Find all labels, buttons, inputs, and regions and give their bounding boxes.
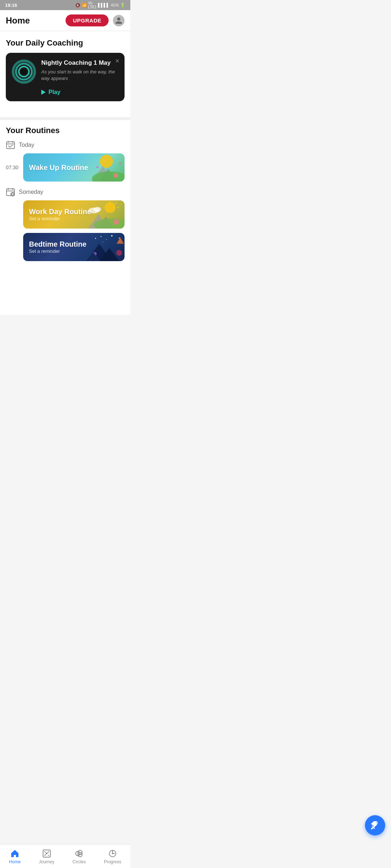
- svg-point-40: [102, 242, 103, 242]
- bedtime-routine-title: Bedtime Routine: [29, 240, 87, 248]
- svg-rect-33: [113, 219, 119, 225]
- coaching-card-top: Nightly Coaching 1 May As you start to w…: [12, 59, 119, 84]
- svg-point-37: [106, 239, 107, 240]
- wake-up-routine-title: Wake Up Routine: [29, 163, 88, 172]
- status-icons: 🔇 📶 VoLTE1 ▌▌▌▌ 41% 🔋: [75, 1, 125, 9]
- bedtime-routine-row: Bedtime Routine Set a reminder: [6, 233, 125, 261]
- header-actions: UPGRADE: [66, 14, 125, 26]
- work-day-routine-row: Work Day Routine Set a reminder: [6, 200, 125, 229]
- coaching-card[interactable]: × Nightly Coaching 1 May As you start to…: [6, 53, 125, 101]
- svg-rect-4: [7, 142, 14, 149]
- svg-point-38: [111, 235, 113, 237]
- coaching-info: Nightly Coaching 1 May As you start to w…: [41, 59, 119, 82]
- work-day-routine-subtitle: Set a reminder: [29, 216, 91, 221]
- today-label: Today: [19, 142, 34, 148]
- status-bar: 19:16 🔇 📶 VoLTE1 ▌▌▌▌ 41% 🔋: [0, 0, 130, 10]
- svg-point-36: [101, 236, 102, 237]
- svg-point-15: [119, 163, 121, 165]
- svg-point-32: [94, 207, 101, 212]
- wake-up-routine-row: 07:30 Wake Up Routine: [6, 153, 125, 182]
- wake-up-time: 07:30: [6, 165, 20, 170]
- mute-icon: 🔇: [75, 3, 80, 8]
- battery-icon: 🔋: [120, 3, 125, 8]
- profile-button[interactable]: [113, 15, 125, 26]
- svg-point-3: [21, 69, 27, 75]
- work-day-routine-card[interactable]: Work Day Routine Set a reminder: [23, 200, 125, 229]
- svg-point-39: [119, 238, 120, 239]
- person-icon: [115, 17, 123, 25]
- someday-header: Someday: [6, 187, 125, 197]
- wake-up-routine-card[interactable]: Wake Up Routine: [23, 153, 125, 182]
- header: Home UPGRADE: [0, 10, 130, 31]
- svg-point-45: [116, 250, 122, 256]
- routines-section: Your Routines Today 07:30: [0, 120, 130, 315]
- play-icon: [41, 90, 46, 95]
- daily-coaching-title: Your Daily Coaching: [6, 38, 125, 48]
- coaching-card-subtitle: As you start to walk on the way, the way…: [41, 69, 119, 82]
- signal-icon: VoLTE1: [88, 1, 97, 9]
- page-title: Home: [6, 16, 30, 26]
- bedtime-routine-text: Bedtime Routine Set a reminder: [29, 240, 87, 254]
- calendar-check-icon: [6, 140, 15, 150]
- someday-section: Someday: [6, 187, 125, 261]
- svg-point-9: [100, 155, 113, 168]
- svg-point-35: [95, 238, 96, 239]
- upgrade-button[interactable]: UPGRADE: [66, 14, 109, 26]
- work-day-routine-title: Work Day Routine: [29, 208, 91, 216]
- main-content: Your Daily Coaching × Nightly Coaching 1…: [0, 31, 130, 117]
- wake-up-routine-text: Wake Up Routine: [29, 163, 88, 172]
- someday-label: Someday: [19, 189, 43, 195]
- svg-point-24: [105, 202, 115, 213]
- play-label: Play: [49, 89, 60, 95]
- work-day-routine-text: Work Day Routine Set a reminder: [29, 208, 91, 221]
- today-header: Today: [6, 140, 125, 150]
- battery-label: 41%: [111, 3, 119, 7]
- coaching-card-title: Nightly Coaching 1 May: [41, 59, 119, 67]
- coaching-icon: [12, 59, 36, 84]
- svg-point-14: [96, 166, 98, 168]
- bedtime-routine-subtitle: Set a reminder: [29, 248, 87, 254]
- coaching-close-button[interactable]: ×: [115, 57, 119, 64]
- status-time: 19:16: [5, 3, 17, 8]
- wifi-icon: 📶: [82, 3, 87, 8]
- cell-icon: ▌▌▌▌: [98, 3, 109, 7]
- calendar-x-icon: [6, 187, 15, 197]
- play-button[interactable]: Play: [41, 89, 60, 95]
- routines-title: Your Routines: [6, 126, 125, 135]
- bedtime-routine-card[interactable]: Bedtime Routine Set a reminder: [23, 233, 125, 261]
- section-divider: [0, 117, 130, 120]
